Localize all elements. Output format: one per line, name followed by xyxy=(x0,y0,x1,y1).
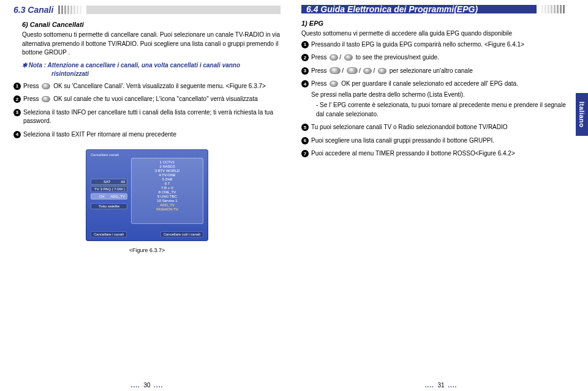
note-line2: risintonizzati xyxy=(22,70,281,78)
step-6-text: Puoi scegliere una lista canali gruppi p… xyxy=(311,136,494,146)
remote-right-icon xyxy=(378,68,386,74)
step-3-text-a: Press xyxy=(311,67,327,74)
language-tab: Italiano xyxy=(576,93,588,136)
page-footer-left: .... 30 .... xyxy=(0,382,294,389)
step-3: 3 Seleziona il tasto INFO per cancellare… xyxy=(13,108,281,128)
ui-bottom-bar: Cancellare i canali Cancellare tutti i c… xyxy=(91,231,203,237)
remote-ok-icon xyxy=(42,83,50,89)
section-number: 6.3 Canali xyxy=(13,5,53,15)
page-number: 30 xyxy=(143,382,150,389)
step-3: 3 Press / / / per selezionare un'altro c… xyxy=(301,67,570,78)
section-bar xyxy=(86,6,281,14)
step-1: 1 Press OK su 'Cancellare Canali'. Verrà… xyxy=(13,82,281,93)
step-number-icon: 4 xyxy=(13,131,21,138)
step-4-text-a: Press xyxy=(311,80,327,87)
step-4-text-b: OK per guardare il canale selezionato ed… xyxy=(341,80,518,87)
step-number-icon: 2 xyxy=(13,95,21,103)
section-title: 6.4 Guida Elettronica dei Programmi(EPG) xyxy=(306,4,478,14)
step-number-icon: 3 xyxy=(13,109,21,116)
step-4-text: Seleziona il tasto EXIT Per ritornare al… xyxy=(23,130,176,140)
step-5-text: Tu puoi selezionare canali TV o Radio se… xyxy=(311,123,508,132)
step-4: 4 Seleziona il tasto EXIT Per ritornare … xyxy=(13,130,281,141)
subsection-heading: 6) Canali Cancellati xyxy=(13,21,281,28)
step-1-text-b: OK su 'Cancellare Canali'. Verrà visuali… xyxy=(53,83,266,89)
remote-left-icon xyxy=(363,68,372,74)
section-header-right: 6.4 Guida Elettronica dei Programmi(EPG) xyxy=(301,5,570,13)
step-number-icon: 3 xyxy=(301,67,309,75)
step-1: 1 Pressando il tasto EPG la guida EPG co… xyxy=(301,40,570,51)
step-number-icon: 2 xyxy=(301,54,309,61)
ui-side-labels: SAT All TV 3 PAQ ( 7.0W ) CH ADD_TV Tutt… xyxy=(91,179,127,210)
step-2-text-b: OK sul canale che tu vuoi cancellare; L'… xyxy=(53,95,258,102)
step-4-text-c: Se pressi nella parte destra dello scher… xyxy=(311,91,570,100)
note-block: ✱ Nota : Attenzione a cancellare i canal… xyxy=(22,61,281,78)
step-1-text: Pressando il tasto EPG la guida EPG comp… xyxy=(311,40,524,50)
remote-right-icon xyxy=(344,54,353,61)
figure-caption: <Figure 6.3.7> xyxy=(13,247,281,253)
step-5: 5 Tu puoi selezionare canali TV o Radio … xyxy=(301,123,570,134)
remote-ok-icon xyxy=(42,96,50,102)
section-bar-blue: 6.4 Guida Elettronica dei Programmi(EPG) xyxy=(301,5,537,13)
step-7-text: Puoi accedere al menu TIMER pressando il… xyxy=(311,149,515,158)
step-number-icon: 7 xyxy=(301,150,309,157)
step-6: 6 Puoi scegliere una lista canali gruppi… xyxy=(301,136,570,147)
step-number-icon: 4 xyxy=(301,80,309,88)
page-footer-right: .... 31 .... xyxy=(294,382,588,389)
subsection-heading: 1) EPG xyxy=(301,20,570,27)
step-number-icon: 1 xyxy=(301,41,309,48)
intro-paragraph: Questo sottomenu ti permette di cancella… xyxy=(13,31,281,58)
divider-stripes xyxy=(541,5,565,13)
note-line1: ✱ Nota : Attenzione a cancellare i canal… xyxy=(22,61,281,70)
step-2-text-a: Press xyxy=(23,95,39,102)
figure-screenshot: Cancellare canali SAT All TV 3 PAQ ( 7.0… xyxy=(86,149,208,241)
step-4-text-d: - Se l' EPG corrente è selezionata, tu p… xyxy=(311,101,570,119)
step-number-icon: 1 xyxy=(13,83,21,90)
intro-paragraph: Questo sottomenu vi permette di accedere… xyxy=(301,29,570,39)
step-3-text-b: per selezionare un'altro canale xyxy=(390,67,473,74)
remote-left-icon xyxy=(330,54,338,61)
step-2: 2 Press / to see the previous/next guide… xyxy=(301,53,570,64)
section-header-left: 6.3 Canali xyxy=(13,5,281,15)
remote-up-icon xyxy=(330,67,341,74)
step-3-text: Seleziona il tasto INFO per cancellare t… xyxy=(23,108,281,126)
remote-down-icon xyxy=(347,67,358,74)
step-2-text-b: to see the previous/next guide. xyxy=(356,54,439,61)
figure-block: Cancellare canali SAT All TV 3 PAQ ( 7.0… xyxy=(13,149,281,253)
step-2-text-a: Press xyxy=(311,54,327,61)
divider-stripes xyxy=(58,6,81,14)
page-number: 31 xyxy=(437,382,444,389)
step-2: 2 Press OK sul canale che tu vuoi cancel… xyxy=(13,95,281,106)
step-4: 4 Press OK per guardare il canale selezi… xyxy=(301,80,570,121)
step-1-text-a: Press xyxy=(23,83,39,89)
ui-title: Cancellare canali xyxy=(91,153,119,157)
ui-channel-list: 1 CCTV12 NASD3 3 BTV WORLD4 TV-ONE 5 ZH8… xyxy=(131,158,203,224)
step-number-icon: 6 xyxy=(301,137,309,144)
step-number-icon: 5 xyxy=(301,124,309,131)
remote-ok-icon xyxy=(330,81,338,87)
step-7: 7 Puoi accedere al menu TIMER pressando … xyxy=(301,149,570,160)
